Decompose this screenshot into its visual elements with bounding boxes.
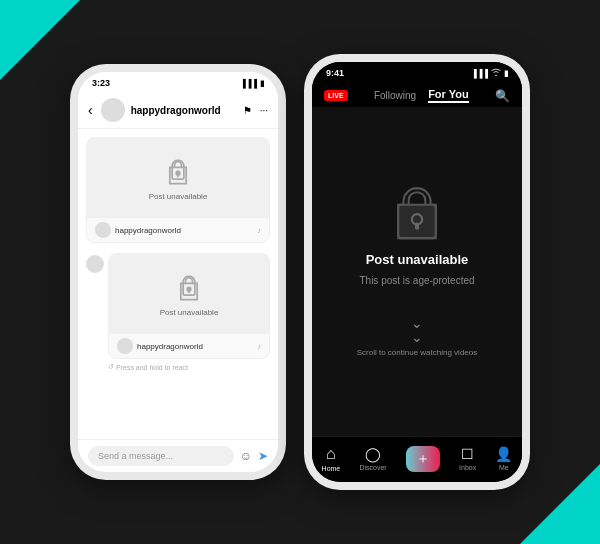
nav-home[interactable]: ⌂ Home: [322, 445, 341, 472]
profile-icon: 👤: [495, 446, 512, 462]
tt-lock-container: Post unavailable This post is age-protec…: [359, 186, 474, 286]
left-phone: 3:23 ▐▐▐ ▮ ‹ happydragonworld ⚑ ···: [70, 64, 286, 480]
left-status-bar: 3:23 ▐▐▐ ▮: [78, 72, 278, 92]
nav-add[interactable]: ＋: [406, 446, 440, 472]
discover-icon: ◯: [365, 446, 381, 462]
nav-me[interactable]: 👤 Me: [495, 446, 512, 471]
home-label: Home: [322, 465, 341, 472]
nav-discover[interactable]: ◯ Discover: [359, 446, 386, 471]
ig-message-content-2: Post unavailable happydragonworld ♪: [108, 253, 270, 371]
nav-inbox[interactable]: ☐ Inbox: [459, 446, 476, 471]
tt-main-content: Post unavailable This post is age-protec…: [312, 107, 522, 436]
ig-header: ‹ happydragonworld ⚑ ···: [78, 92, 278, 129]
tt-age-protected-label: This post is age-protected: [359, 275, 474, 286]
more-options-icon[interactable]: ···: [260, 105, 268, 116]
back-button[interactable]: ‹: [88, 102, 93, 118]
ig-post-footer-2: happydragonworld ♪: [109, 334, 269, 358]
tt-bottom-nav: ⌂ Home ◯ Discover ＋ ☐ Inbox: [312, 436, 522, 482]
tt-scroll-text: Scroll to continue watching videos: [357, 348, 478, 357]
phones-container: 3:23 ▐▐▐ ▮ ‹ happydragonworld ⚑ ···: [70, 54, 530, 490]
music-note-1: ♪: [257, 226, 261, 235]
search-icon[interactable]: 🔍: [495, 89, 510, 103]
left-status-icons: ▐▐▐ ▮: [240, 79, 264, 88]
ig-profile-avatar: [101, 98, 125, 122]
left-phone-screen: 3:23 ▐▐▐ ▮ ‹ happydragonworld ⚑ ···: [78, 72, 278, 472]
tt-header: LIVE Following For You 🔍: [312, 82, 522, 107]
ig-input-bar: Send a message... ☺ ➤: [78, 439, 278, 472]
right-status-bar: 9:41 ▐▐▐ ▮: [312, 62, 522, 82]
svg-point-1: [176, 171, 180, 175]
home-icon: ⌂: [326, 445, 336, 463]
right-signal-icon: ▐▐▐: [471, 69, 488, 78]
corner-accent-tl: [0, 0, 80, 80]
send-button[interactable]: ➤: [258, 449, 268, 463]
signal-icon: ▐▐▐: [240, 79, 257, 88]
ig-post-avatar-1: [95, 222, 111, 238]
svg-rect-6: [398, 205, 436, 238]
corner-accent-br: [520, 464, 600, 544]
ig-post-username-2: happydragonworld: [137, 342, 203, 351]
ig-message-block-1: Post unavailable happydragonworld ♪: [86, 137, 270, 243]
ig-reaction-hint: ↺ Press and hold to react: [108, 363, 270, 371]
inbox-label: Inbox: [459, 464, 476, 471]
me-label: Me: [499, 464, 509, 471]
ig-message-block-2: Post unavailable happydragonworld ♪: [86, 253, 270, 371]
message-placeholder: Send a message...: [98, 451, 173, 461]
ig-post-avatar-2: [117, 338, 133, 354]
tt-nav-tabs: Following For You: [374, 88, 469, 103]
post-unavailable-2: Post unavailable: [160, 308, 219, 317]
ig-username: happydragonworld: [131, 105, 243, 116]
add-icon: ＋: [416, 450, 430, 468]
tt-scroll-hint: ⌄⌄ Scroll to continue watching videos: [357, 316, 478, 357]
right-phone-content: 9:41 ▐▐▐ ▮: [312, 62, 522, 482]
tt-post-unavailable-label: Post unavailable: [366, 252, 469, 267]
right-status-icons: ▐▐▐ ▮: [471, 68, 508, 78]
tab-following[interactable]: Following: [374, 90, 416, 101]
inbox-icon: ☐: [461, 446, 474, 462]
ig-post-username-1: happydragonworld: [115, 226, 181, 235]
ig-post-image-1: Post unavailable: [87, 138, 269, 218]
message-input[interactable]: Send a message...: [88, 446, 234, 466]
left-time: 3:23: [92, 78, 110, 88]
add-button[interactable]: ＋: [406, 446, 440, 472]
live-badge: LIVE: [324, 90, 348, 101]
lock-shield-icon-1: [164, 156, 192, 188]
right-battery-icon: ▮: [504, 69, 508, 78]
ig-post-card-2: Post unavailable happydragonworld ♪: [108, 253, 270, 359]
ig-message-row-2: Post unavailable happydragonworld ♪: [86, 253, 270, 371]
ig-post-image-2: Post unavailable: [109, 254, 269, 334]
discover-label: Discover: [359, 464, 386, 471]
ig-post-card-1: Post unavailable happydragonworld ♪: [86, 137, 270, 243]
emoji-button[interactable]: ☺: [240, 449, 252, 463]
tab-for-you[interactable]: For You: [428, 88, 469, 103]
svg-point-4: [187, 287, 191, 291]
ig-header-icons: ⚑ ···: [243, 105, 268, 116]
svg-rect-8: [415, 222, 419, 229]
right-phone-screen: 9:41 ▐▐▐ ▮: [312, 62, 522, 482]
ig-sender-avatar: [86, 255, 104, 273]
tt-lock-shield-icon: [392, 186, 442, 244]
ig-messages-area: Post unavailable happydragonworld ♪: [78, 129, 278, 439]
flag-icon[interactable]: ⚑: [243, 105, 252, 116]
music-note-2: ♪: [257, 342, 261, 351]
lock-shield-icon-2: [175, 272, 203, 304]
post-unavailable-1: Post unavailable: [149, 192, 208, 201]
right-wifi-icon: [491, 68, 501, 78]
right-time: 9:41: [326, 68, 344, 78]
battery-icon: ▮: [260, 79, 264, 88]
ig-post-footer-1: happydragonworld ♪: [87, 218, 269, 242]
scroll-chevrons-icon: ⌄⌄: [411, 316, 423, 344]
left-phone-content: 3:23 ▐▐▐ ▮ ‹ happydragonworld ⚑ ···: [78, 72, 278, 472]
right-phone: 9:41 ▐▐▐ ▮: [304, 54, 530, 490]
